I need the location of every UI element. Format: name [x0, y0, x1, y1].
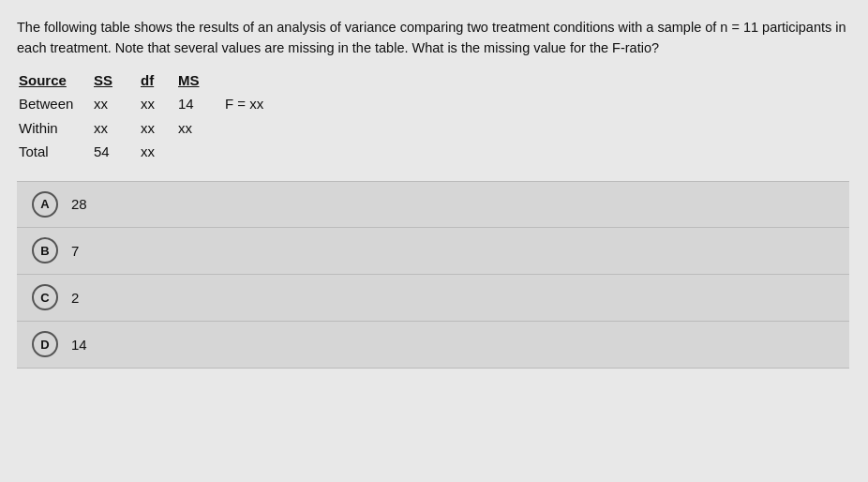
- cell-total-source: Total: [19, 140, 94, 164]
- option-d-letter: D: [40, 338, 49, 352]
- cell-between-ss: xx: [94, 92, 141, 116]
- table-header-row: Source SS df MS: [19, 68, 849, 93]
- option-a[interactable]: A 28: [17, 181, 849, 228]
- option-c-letter: C: [40, 291, 49, 305]
- option-a-letter: A: [40, 197, 49, 211]
- cell-total-ss: 54: [94, 140, 141, 164]
- cell-between-f: F = xx: [225, 92, 300, 116]
- option-b-value: 7: [71, 243, 79, 259]
- cell-within-source: Within: [19, 116, 94, 141]
- option-d-circle: D: [32, 331, 58, 357]
- option-c-circle: C: [32, 284, 58, 310]
- col-header-df: df: [141, 68, 178, 93]
- answer-options: A 28 B 7 C 2 D 14: [17, 181, 849, 369]
- page: The following table shows the results of…: [0, 0, 868, 482]
- option-c-value: 2: [71, 290, 79, 306]
- table-row-between: Between xx xx 14 F = xx: [19, 92, 849, 116]
- option-a-circle: A: [32, 191, 58, 218]
- table-row-total: Total 54 xx: [19, 140, 849, 164]
- anova-table: Source SS df MS Between xx xx 14 F = xx …: [19, 68, 849, 164]
- cell-between-source: Between: [19, 92, 94, 116]
- option-d-value: 14: [71, 337, 87, 353]
- question-text: The following table shows the results of…: [17, 17, 849, 59]
- cell-within-df: xx: [141, 116, 178, 141]
- table-row-within: Within xx xx xx: [19, 116, 849, 141]
- option-c[interactable]: C 2: [17, 275, 849, 322]
- cell-between-ms: 14: [178, 92, 225, 116]
- col-header-ms: MS: [178, 68, 225, 93]
- option-b[interactable]: B 7: [17, 228, 849, 275]
- col-header-source: Source: [19, 68, 94, 93]
- option-a-value: 28: [71, 196, 87, 212]
- col-header-ss: SS: [94, 68, 141, 93]
- cell-between-df: xx: [141, 92, 178, 116]
- option-b-circle: B: [32, 237, 58, 264]
- option-b-letter: B: [40, 244, 49, 258]
- cell-within-ss: xx: [94, 116, 141, 141]
- cell-total-df: xx: [141, 140, 178, 164]
- option-d[interactable]: D 14: [17, 322, 849, 369]
- cell-within-ms: xx: [178, 116, 225, 141]
